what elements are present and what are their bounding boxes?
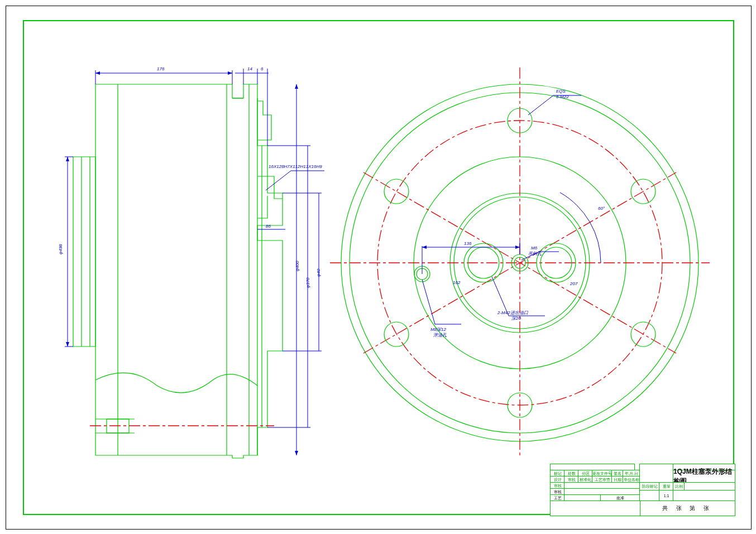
callout-spline: 16X128H7X112H11X16H9 [269, 164, 322, 169]
svg-text:泄油孔: 泄油孔 [433, 333, 447, 338]
sheet-info: 共 张 第 张 [639, 501, 735, 516]
svg-marker-33 [66, 157, 69, 161]
svg-text:吊钩孔: 吊钩孔 [528, 251, 542, 256]
svg-point-53 [384, 179, 409, 204]
dim-phi40: φ40 [316, 268, 321, 277]
callout-6m22: EQS [556, 89, 566, 94]
svg-marker-22 [295, 84, 298, 89]
svg-marker-66 [515, 246, 520, 249]
drawing-title: 1QJM柱塞泵外形结构图 [673, 470, 735, 483]
svg-marker-23 [295, 451, 298, 455]
dim-86: 86 [266, 224, 271, 229]
dim-phi400: φ400 [295, 261, 300, 271]
svg-line-67 [528, 95, 553, 115]
dim-phi498: φ498 [58, 244, 63, 254]
drawing-frame: 176 14 6 φ400 φ370 φ40 φ498 86 16X128H7X… [6, 6, 752, 530]
title-block: 标记 处数 分区 更改文件号 签名 年.月.日 设计 审核 标准化 工艺审查 日… [550, 464, 734, 515]
left-section-view: 176 14 6 φ400 φ370 φ40 φ498 86 16X128H7X… [58, 66, 324, 458]
svg-line-36 [266, 171, 291, 190]
right-front-view: 136 60° EQS 6-M22 M6 吊钩孔 2-M42进出油口 深20 M… [330, 68, 710, 458]
svg-marker-65 [422, 246, 427, 249]
dim-207: 207 [570, 281, 578, 286]
drawing-canvas: 176 14 6 φ400 φ370 φ40 φ498 86 16X128H7X… [6, 6, 751, 529]
svg-marker-34 [66, 342, 69, 347]
dim-phi370: φ370 [305, 277, 310, 288]
dim-162: 162 [453, 280, 461, 285]
dim-176: 176 [157, 66, 165, 71]
svg-line-76 [422, 280, 435, 324]
dim-6: 6 [261, 66, 264, 71]
callout-oilport: 2-M42进出油口 [497, 310, 529, 315]
svg-text:6-M22: 6-M22 [556, 94, 569, 99]
dim-14: 14 [247, 66, 252, 71]
svg-marker-15 [95, 71, 100, 75]
svg-marker-16 [228, 71, 232, 75]
dim-136: 136 [464, 241, 472, 246]
svg-text:深20: 深20 [511, 316, 521, 321]
callout-m8: M8深12 [430, 327, 447, 332]
callout-m6: M6 [531, 246, 538, 251]
dim-angle60: 60° [598, 206, 605, 211]
